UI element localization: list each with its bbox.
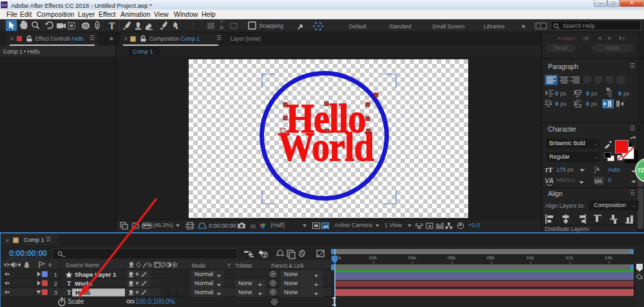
svg-text:T: T (67, 290, 71, 296)
svg-text:V͜A: V͜A (545, 177, 554, 186)
svg-text:T: T (67, 281, 71, 287)
svg-text:fx: fx (148, 262, 153, 268)
svg-text:Hello: Hello (75, 289, 90, 296)
svg-text:3: 3 (54, 290, 57, 296)
svg-text:2: 2 (54, 281, 57, 287)
svg-text:World: World (75, 280, 92, 287)
svg-text:»: » (522, 23, 526, 30)
svg-text:#: # (48, 262, 52, 268)
svg-text:VA: VA (594, 178, 602, 184)
svg-text:Shape Layer 1: Shape Layer 1 (75, 271, 117, 278)
svg-text:1: 1 (54, 272, 57, 278)
svg-text:Source Name: Source Name (66, 262, 99, 268)
svg-text:T: T (109, 21, 115, 31)
svg-text:T: T (548, 166, 553, 173)
